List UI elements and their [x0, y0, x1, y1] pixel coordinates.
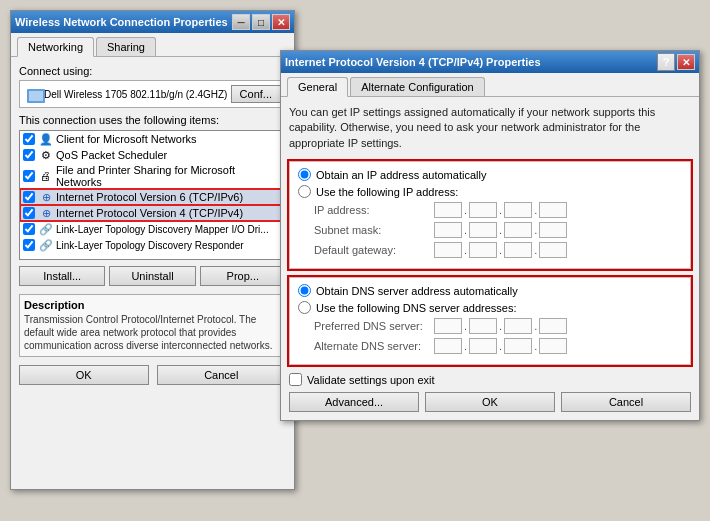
tab-alternate-config[interactable]: Alternate Configuration	[350, 77, 485, 96]
manual-dns-label: Use the following DNS server addresses:	[316, 302, 517, 314]
proto-icon: ⊕	[39, 190, 53, 204]
pref-dns-seg3[interactable]	[504, 318, 532, 334]
list-item[interactable]: 🔗 Link-Layer Topology Discovery Responde…	[20, 237, 285, 253]
ip-seg3[interactable]	[504, 202, 532, 218]
uninstall-button[interactable]: Uninstall	[109, 266, 195, 286]
win2-ok-button[interactable]: OK	[425, 392, 555, 412]
item4-checkbox[interactable]	[23, 191, 35, 203]
item7-checkbox[interactable]	[23, 239, 35, 251]
item1-checkbox[interactable]	[23, 133, 35, 145]
list-item-ipv4[interactable]: ⊕ Internet Protocol Version 4 (TCP/IPv4)	[20, 205, 285, 221]
btn-row: Install... Uninstall Prop...	[19, 266, 286, 286]
manual-dns-radio[interactable]	[298, 301, 311, 314]
item3-checkbox[interactable]	[23, 170, 35, 182]
alt-dns-seg3[interactable]	[504, 338, 532, 354]
ipv4-properties-window: Internet Protocol Version 4 (TCP/IPv4) P…	[280, 50, 700, 421]
win1-maximize-button[interactable]: □	[252, 14, 270, 30]
ip-seg1[interactable]	[434, 202, 462, 218]
advanced-button[interactable]: Advanced...	[289, 392, 419, 412]
list-item[interactable]: 👤 Client for Microsoft Networks	[20, 131, 285, 147]
auto-ip-radio-option[interactable]: Obtain an IP address automatically	[298, 168, 682, 181]
win2-bottom-buttons: Advanced... OK Cancel	[289, 392, 691, 412]
ip-address-row: IP address: . . .	[298, 202, 682, 218]
install-button[interactable]: Install...	[19, 266, 105, 286]
share-icon: 🖨	[39, 169, 53, 183]
preferred-dns-label: Preferred DNS server:	[314, 320, 434, 332]
manual-dns-radio-option[interactable]: Use the following DNS server addresses:	[298, 301, 682, 314]
preferred-dns-inputs: . . .	[434, 318, 567, 334]
alt-dns-seg1[interactable]	[434, 338, 462, 354]
adapter-row: Dell Wireless 1705 802.11b/g/n (2.4GHZ) …	[19, 80, 286, 108]
item2-label: QoS Packet Scheduler	[56, 149, 167, 161]
item2-checkbox[interactable]	[23, 149, 35, 161]
auto-dns-label: Obtain DNS server address automatically	[316, 285, 518, 297]
alt-dns-seg2[interactable]	[469, 338, 497, 354]
manual-ip-label: Use the following IP address:	[316, 186, 458, 198]
item3-label: File and Printer Sharing for Microsoft N…	[56, 164, 282, 188]
configure-button[interactable]: Conf...	[231, 85, 281, 103]
proto-icon2: ⊕	[39, 206, 53, 220]
pref-dns-seg1[interactable]	[434, 318, 462, 334]
connect-using-section: Connect using: Dell Wireless 1705 802.11…	[19, 65, 286, 108]
description-text: Transmission Control Protocol/Internet P…	[24, 313, 281, 352]
ip-seg4[interactable]	[539, 202, 567, 218]
gateway-seg1[interactable]	[434, 242, 462, 258]
win1-title-bar: Wireless Network Connection Properties ─…	[11, 11, 294, 33]
win1-minimize-button[interactable]: ─	[232, 14, 250, 30]
items-label: This connection uses the following items…	[19, 114, 286, 126]
list-item-ipv6[interactable]: ⊕ Internet Protocol Version 6 (TCP/IPv6)	[20, 189, 285, 205]
subnet-mask-label: Subnet mask:	[314, 224, 434, 236]
win1-close-button[interactable]: ✕	[272, 14, 290, 30]
item5-checkbox[interactable]	[23, 207, 35, 219]
link-icon: 🔗	[39, 222, 53, 236]
alternate-dns-label: Alternate DNS server:	[314, 340, 434, 352]
manual-ip-radio[interactable]	[298, 185, 311, 198]
subnet-seg3[interactable]	[504, 222, 532, 238]
ip-seg2[interactable]	[469, 202, 497, 218]
alt-dns-seg4[interactable]	[539, 338, 567, 354]
win1-ok-cancel-row: OK Cancel	[19, 365, 286, 385]
auto-dns-radio-option[interactable]: Obtain DNS server address automatically	[298, 284, 682, 297]
win2-close-button[interactable]: ✕	[677, 54, 695, 70]
win2-cancel-button[interactable]: Cancel	[561, 392, 691, 412]
pref-dns-seg4[interactable]	[539, 318, 567, 334]
win1-cancel-button[interactable]: Cancel	[157, 365, 287, 385]
subnet-mask-row: Subnet mask: . . .	[298, 222, 682, 238]
description-title: Description	[24, 299, 281, 311]
manual-ip-radio-option[interactable]: Use the following IP address:	[298, 185, 682, 198]
win1-title: Wireless Network Connection Properties	[15, 16, 228, 28]
preferred-dns-row: Preferred DNS server: . . .	[298, 318, 682, 334]
subnet-seg2[interactable]	[469, 222, 497, 238]
tab-sharing[interactable]: Sharing	[96, 37, 156, 56]
validate-checkbox[interactable]	[289, 373, 302, 386]
item6-checkbox[interactable]	[23, 223, 35, 235]
win2-help-button[interactable]: ?	[657, 53, 675, 71]
item1-label: Client for Microsoft Networks	[56, 133, 197, 145]
gateway-seg3[interactable]	[504, 242, 532, 258]
validate-label: Validate settings upon exit	[307, 374, 435, 386]
gateway-seg2[interactable]	[469, 242, 497, 258]
dns-section: Obtain DNS server address automatically …	[289, 277, 691, 365]
subnet-seg4[interactable]	[539, 222, 567, 238]
validate-row: Validate settings upon exit	[289, 373, 691, 386]
items-list: 👤 Client for Microsoft Networks ⚙ QoS Pa…	[19, 130, 286, 260]
gateway-label: Default gateway:	[314, 244, 434, 256]
win2-title-bar: Internet Protocol Version 4 (TCP/IPv4) P…	[281, 51, 699, 73]
subnet-seg1[interactable]	[434, 222, 462, 238]
properties-button[interactable]: Prop...	[200, 266, 286, 286]
list-item[interactable]: ⚙ QoS Packet Scheduler	[20, 147, 285, 163]
qos-icon: ⚙	[39, 148, 53, 162]
adapter-icon	[24, 87, 44, 101]
tab-general[interactable]: General	[287, 77, 348, 97]
list-item[interactable]: 🖨 File and Printer Sharing for Microsoft…	[20, 163, 285, 189]
win1-ok-button[interactable]: OK	[19, 365, 149, 385]
list-item[interactable]: 🔗 Link-Layer Topology Discovery Mapper I…	[20, 221, 285, 237]
info-text: You can get IP settings assigned automat…	[289, 105, 691, 151]
win1-tab-bar: Networking Sharing	[11, 33, 294, 57]
auto-ip-radio[interactable]	[298, 168, 311, 181]
tab-networking[interactable]: Networking	[17, 37, 94, 57]
auto-dns-radio[interactable]	[298, 284, 311, 297]
gateway-seg4[interactable]	[539, 242, 567, 258]
pref-dns-seg2[interactable]	[469, 318, 497, 334]
adapter-name: Dell Wireless 1705 802.11b/g/n (2.4GHZ)	[44, 89, 231, 100]
